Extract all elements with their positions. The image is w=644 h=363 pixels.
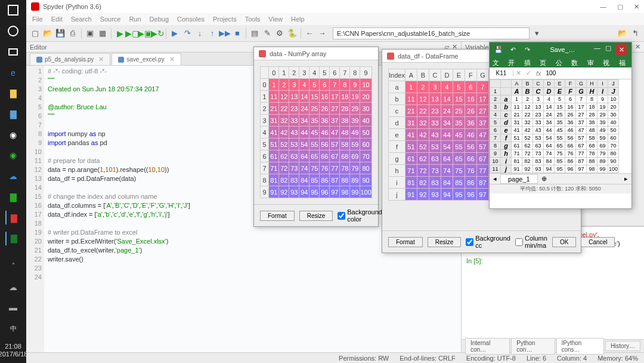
python-icon[interactable]: 🐍 <box>287 28 298 39</box>
continue-icon[interactable]: ▶▶ <box>219 28 230 39</box>
tab-file[interactable]: p5_ds_analysis.py✕ <box>30 53 110 65</box>
ribbon-tab[interactable]: 插入 <box>521 57 537 67</box>
store-icon[interactable]: ▇ <box>5 107 21 121</box>
chevron-down-icon[interactable]: ▾ <box>531 28 542 39</box>
run-selection-icon[interactable]: ▶↻ <box>152 28 163 39</box>
sheet-tab[interactable]: page_1 <box>500 174 538 184</box>
fx-icon[interactable]: fx <box>534 70 544 77</box>
save-icon[interactable]: 💾 <box>55 28 66 39</box>
menu-projects[interactable]: Projects <box>213 16 237 23</box>
minimize-icon[interactable]: — <box>600 3 606 11</box>
colminmax-checkbox[interactable]: Column min/ma <box>515 235 547 249</box>
ribbon-tab[interactable]: 开始 <box>505 57 521 67</box>
close-icon[interactable]: ✕ <box>616 44 627 55</box>
ribbon-tab[interactable]: 页面 <box>537 57 552 67</box>
max-icon[interactable]: ▣ <box>85 28 95 39</box>
add-sheet-icon[interactable]: ⊕ <box>541 175 547 183</box>
run-icon[interactable]: ▶ <box>114 28 125 39</box>
maximize-icon[interactable]: ▢ <box>605 44 611 55</box>
browse-icon[interactable]: 📂 <box>617 28 628 39</box>
up-icon[interactable]: ↰ <box>630 28 640 39</box>
format-button[interactable]: Format <box>260 211 295 221</box>
cancel-button[interactable]: Cancel <box>581 237 615 247</box>
bgcolor-checkbox[interactable]: Background cc <box>466 235 510 249</box>
excel-grid[interactable]: ABCDEFGHIJ1ABCDEFGHIJ2a123456789103b1112… <box>490 79 631 173</box>
console-tab[interactable]: History… <box>605 341 640 351</box>
ime-icon[interactable]: 中 <box>5 322 21 336</box>
wechat-icon[interactable]: ◉ <box>5 149 21 162</box>
forward-icon[interactable]: → <box>317 28 327 39</box>
enter-fx-icon[interactable]: ✓ <box>524 69 534 77</box>
step-over-icon[interactable]: ↷ <box>182 28 193 39</box>
redo-icon[interactable]: ↷ <box>523 45 531 54</box>
close-pane-icon[interactable]: ✕ <box>635 43 640 51</box>
open-icon[interactable]: 📂 <box>42 28 53 39</box>
ribbon-tab[interactable]: 公式 <box>553 57 568 67</box>
new-file-icon[interactable]: ▢ <box>30 28 41 39</box>
bgcolor-checkbox[interactable]: Background color <box>338 208 382 223</box>
layout-icon[interactable]: ▦ <box>97 28 108 39</box>
scroll-right-icon[interactable]: ▸ <box>624 175 628 183</box>
ribbon-tab[interactable]: 文件 <box>490 57 505 67</box>
menu-edit[interactable]: Edit <box>51 16 63 23</box>
resize-button[interactable]: Resize <box>428 237 462 247</box>
run-cell-advance-icon[interactable]: ▶▣ <box>140 28 150 39</box>
step-out-icon[interactable]: ↑ <box>207 28 218 39</box>
gear-icon[interactable]: ⚙ <box>274 28 285 39</box>
console-tab[interactable]: Python con… <box>511 338 555 355</box>
battery-icon[interactable]: ▬ <box>5 301 21 315</box>
edge-icon[interactable]: e <box>5 66 21 79</box>
step-in-icon[interactable]: ↓ <box>194 28 205 39</box>
scroll-left-icon[interactable]: ◂ <box>493 175 497 183</box>
menu-tools[interactable]: Tools <box>245 16 261 23</box>
taskbar-clock[interactable]: 21:08 2017/6/18 <box>0 343 27 358</box>
back-icon[interactable]: ← <box>304 28 315 39</box>
menu-search[interactable]: Search <box>71 16 92 23</box>
menu-view[interactable]: View <box>268 16 283 23</box>
menu-file[interactable]: File <box>32 16 43 23</box>
list-icon[interactable]: ▤ <box>249 28 260 39</box>
menu-source[interactable]: Source <box>100 16 121 23</box>
console-tab[interactable]: Internal con… <box>465 338 510 355</box>
explorer-icon[interactable]: ▇ <box>5 87 21 100</box>
working-dir-input[interactable]: E:\CNN Papers\cnn_adjustable16_batch_siz… <box>333 27 530 39</box>
cloud-icon[interactable]: ☁ <box>5 280 21 294</box>
app-icon[interactable]: ▇ <box>5 190 21 204</box>
ribbon-tab[interactable]: 视图 <box>600 57 615 67</box>
name-box[interactable]: K11 <box>490 70 513 76</box>
wrench-icon[interactable]: ✎ <box>262 28 273 39</box>
console-tab[interactable]: IPython cons… <box>556 338 604 355</box>
start-icon[interactable] <box>5 4 21 17</box>
resize-button[interactable]: Resize <box>299 211 333 221</box>
menu-debug[interactable]: Debug <box>150 16 169 23</box>
run-cell-icon[interactable]: ▶▢ <box>127 28 138 39</box>
close-tab-icon[interactable]: ✕ <box>169 56 175 63</box>
ok-button[interactable]: OK <box>552 237 576 247</box>
formula-input[interactable]: 100 <box>544 70 631 76</box>
chevron-up-icon[interactable]: ˄ <box>5 260 21 273</box>
spyder-icon[interactable]: ▇ <box>5 211 21 224</box>
ribbon-tab[interactable]: 审阅 <box>584 57 600 67</box>
format-button[interactable]: Format <box>388 237 423 247</box>
close-tab-icon[interactable]: ✕ <box>98 56 104 63</box>
minimize-icon[interactable]: — <box>594 44 600 55</box>
undo-icon[interactable]: ↶ <box>509 45 517 54</box>
menu-run[interactable]: Run <box>129 16 141 23</box>
maximize-icon[interactable]: ▢ <box>617 3 623 11</box>
array-grid[interactable]: 0123456789012345678910111121314151617181… <box>260 66 372 198</box>
close-icon[interactable]: ✕ <box>634 3 639 11</box>
search-icon[interactable] <box>5 24 21 38</box>
excel-icon[interactable]: ▇ <box>5 232 21 245</box>
save-all-icon[interactable]: ⎙ <box>67 28 78 39</box>
onedrive-icon[interactable]: ☁ <box>5 170 21 183</box>
menu-consoles[interactable]: Consoles <box>177 16 205 23</box>
menu-help[interactable]: Help <box>291 16 305 23</box>
task-view-icon[interactable] <box>5 45 21 59</box>
tab-file[interactable]: save_excel.py✕ <box>112 53 181 65</box>
ribbon-tab[interactable]: 福昕 <box>616 57 631 67</box>
debug-icon[interactable]: ▶ <box>169 28 180 39</box>
cancel-fx-icon[interactable]: ✕ <box>513 69 524 77</box>
ribbon-tab[interactable]: 数据 <box>568 57 584 67</box>
chrome-icon[interactable]: ◉ <box>5 128 21 141</box>
stop-icon[interactable]: ■ <box>232 28 243 39</box>
